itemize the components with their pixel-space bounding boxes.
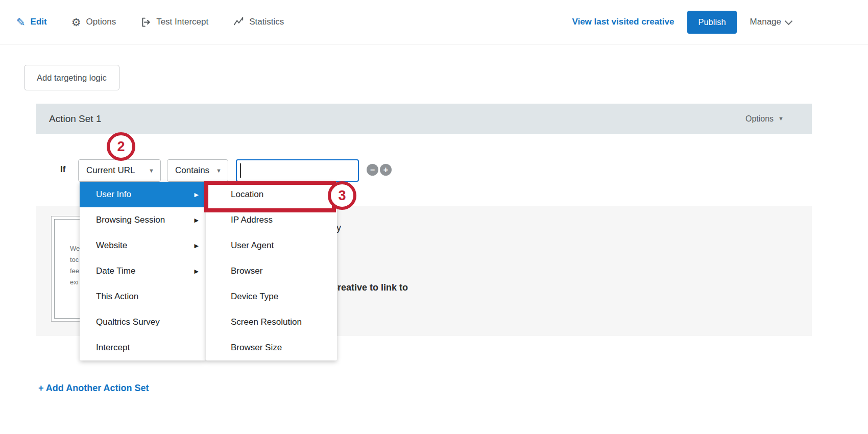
triangle-down-icon: ▼: [149, 168, 154, 174]
creative-to-link-text: Creative to link to: [331, 282, 408, 293]
submenu-arrow-icon: ▶: [195, 243, 199, 249]
menu-item-date-time[interactable]: Date Time ▶: [80, 258, 206, 284]
triangle-down-icon: ▼: [778, 116, 784, 122]
partial-hidden-text: y: [336, 223, 341, 233]
submenu-item-location[interactable]: Location: [206, 182, 337, 207]
annotation-step-2: 2: [107, 132, 135, 161]
triangle-down-icon: ▼: [216, 168, 222, 174]
chevron-down-icon: [785, 17, 793, 25]
tab-test-intercept[interactable]: Test Intercept: [140, 17, 208, 28]
menu-item-this-action[interactable]: This Action: [80, 284, 206, 309]
tab-statistics[interactable]: Statistics: [233, 16, 284, 28]
menu-item-intercept[interactable]: Intercept: [80, 335, 206, 360]
submenu-item-browser-size[interactable]: Browser Size: [206, 335, 337, 360]
user-info-submenu: Location IP Address User Agent Browser D…: [206, 182, 337, 360]
tab-edit[interactable]: ✎ Edit: [16, 17, 47, 28]
submenu-arrow-icon: ▶: [195, 192, 199, 198]
condition-operator-value: Contains: [175, 165, 209, 176]
tab-edit-label: Edit: [31, 17, 47, 27]
tab-test-intercept-label: Test Intercept: [156, 17, 208, 27]
nav-tabs: ✎ Edit ⚙ Options Test Intercept: [16, 0, 284, 44]
action-set-title: Action Set 1: [49, 113, 101, 125]
action-set-options-label: Options: [745, 114, 774, 124]
nav-actions: View last visited creative Publish Manag…: [572, 0, 791, 44]
tab-options-label: Options: [86, 17, 116, 27]
pencil-icon: ✎: [16, 17, 26, 28]
menu-item-user-info[interactable]: User Info ▶: [80, 182, 206, 207]
submenu-item-user-agent[interactable]: User Agent: [206, 233, 337, 258]
test-intercept-icon: [140, 17, 151, 28]
condition-value-input[interactable]: [236, 159, 359, 182]
add-another-action-set-link[interactable]: + Add Another Action Set: [38, 383, 149, 394]
action-set-options-dropdown[interactable]: Options ▼: [745, 114, 784, 124]
gear-icon: ⚙: [71, 17, 81, 28]
intercept-editor-screen: ✎ Edit ⚙ Options Test Intercept: [0, 0, 868, 434]
manage-label: Manage: [750, 17, 781, 27]
menu-item-website[interactable]: Website ▶: [80, 233, 206, 258]
add-targeting-logic-button[interactable]: Add targeting logic: [24, 65, 119, 90]
submenu-item-screen-resolution[interactable]: Screen Resolution: [206, 309, 337, 335]
if-label: If: [60, 164, 65, 175]
condition-operator-dropdown[interactable]: Contains ▼: [167, 159, 228, 182]
top-nav: ✎ Edit ⚙ Options Test Intercept: [0, 0, 868, 44]
tab-options[interactable]: ⚙ Options: [71, 17, 116, 28]
condition-field-dropdown[interactable]: Current URL ▼: [78, 159, 161, 182]
submenu-arrow-icon: ▶: [195, 218, 199, 223]
text-cursor: [240, 163, 241, 178]
submenu-item-device-type[interactable]: Device Type: [206, 284, 337, 309]
condition-field-menu: User Info ▶ Browsing Session ▶ Website ▶…: [80, 182, 206, 360]
manage-dropdown[interactable]: Manage: [750, 17, 791, 27]
submenu-item-browser[interactable]: Browser: [206, 258, 337, 284]
submenu-item-ip-address[interactable]: IP Address: [206, 207, 337, 233]
remove-condition-button[interactable]: −: [367, 164, 378, 176]
tab-statistics-label: Statistics: [249, 17, 284, 27]
statistics-icon: [233, 16, 244, 28]
submenu-arrow-icon: ▶: [195, 269, 199, 274]
publish-button[interactable]: Publish: [687, 11, 736, 34]
creative-thumbnail-text: We toc fee exi: [70, 243, 80, 288]
action-set-header: Action Set 1 Options ▼: [36, 104, 812, 134]
condition-field-value: Current URL: [86, 165, 135, 176]
view-last-visited-creative-link[interactable]: View last visited creative: [572, 17, 674, 27]
menu-item-qualtrics-survey[interactable]: Qualtrics Survey: [80, 309, 206, 335]
menu-item-browsing-session[interactable]: Browsing Session ▶: [80, 207, 206, 233]
add-condition-button[interactable]: +: [380, 164, 392, 176]
